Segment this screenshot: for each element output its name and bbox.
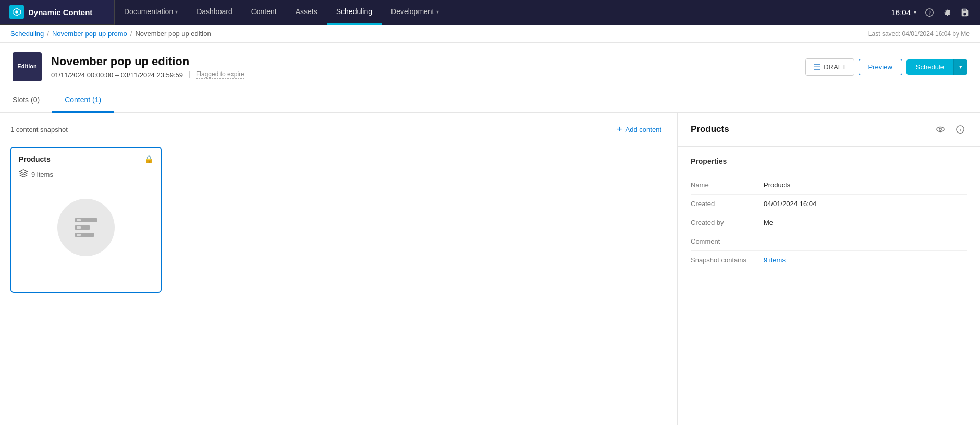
settings-icon-button[interactable] <box>939 5 955 20</box>
breadcrumb-sep-1: / <box>47 30 49 38</box>
breadcrumb: Scheduling / November pop up promo / Nov… <box>0 25 980 43</box>
schedule-group: Schedule ▾ <box>906 59 967 75</box>
prop-label-snapshot: Snapshot contains <box>691 251 764 270</box>
breadcrumb-sep-2: / <box>130 30 132 38</box>
nav-item-content[interactable]: Content <box>242 0 286 25</box>
brand-icon <box>9 5 24 19</box>
save-icon-button[interactable] <box>957 5 973 20</box>
nav-item-scheduling[interactable]: Scheduling <box>327 0 382 25</box>
gear-icon <box>942 8 952 17</box>
detail-info-button[interactable] <box>953 122 967 137</box>
detail-section-title: Properties <box>691 157 967 165</box>
layers-icon <box>19 169 28 180</box>
add-content-label: Add content <box>626 126 662 134</box>
card-items-label: 9 items <box>31 171 53 178</box>
add-icon: + <box>617 124 622 135</box>
snapshot-count: 1 content snapshot <box>10 126 68 134</box>
svg-rect-6 <box>77 219 81 221</box>
detail-header: Products <box>678 113 980 147</box>
brand-label: Dynamic Content <box>28 8 92 17</box>
card-visual <box>19 188 153 269</box>
schedule-button[interactable]: Schedule <box>906 59 953 75</box>
add-content-button[interactable]: + Add content <box>611 121 667 138</box>
preview-button[interactable]: Preview <box>859 59 902 75</box>
card-name: Products <box>19 155 51 163</box>
prop-row-comment: Comment <box>691 232 967 251</box>
time-chevron-icon: ▾ <box>914 9 916 15</box>
chevron-down-icon-schedule: ▾ <box>959 64 962 70</box>
detail-icons <box>933 122 967 137</box>
page-dates: 01/11/2024 00:00:00 – 03/11/2024 23:59:5… <box>51 70 796 79</box>
help-icon-button[interactable] <box>922 5 937 20</box>
nav-item-assets[interactable]: Assets <box>286 0 327 25</box>
svg-point-10 <box>939 128 942 131</box>
properties-table: Name Products Created 04/01/2024 16:04 C… <box>691 176 967 269</box>
date-range: 01/11/2024 00:00:00 – 03/11/2024 23:59:5… <box>51 71 183 79</box>
breadcrumb-promo[interactable]: November pop up promo <box>52 30 127 38</box>
page-header-info: November pop up edition 01/11/2024 00:00… <box>51 55 796 79</box>
detail-panel: Products Properties <box>678 113 980 425</box>
chevron-down-icon: ▾ <box>175 9 178 15</box>
save-icon <box>960 8 970 17</box>
edition-thumbnail: Edition <box>13 52 42 81</box>
card-items: 9 items <box>19 169 153 180</box>
chevron-down-icon-dev: ▾ <box>436 9 439 15</box>
card-header: Products 🔒 <box>19 155 153 163</box>
svg-point-2 <box>926 8 933 16</box>
prop-value-created-by: Me <box>764 213 967 232</box>
prop-row-created-by: Created by Me <box>691 213 967 232</box>
content-card[interactable]: Products 🔒 9 items <box>10 147 162 293</box>
content-panel: 1 content snapshot + Add content Product… <box>0 113 678 425</box>
nav-label-scheduling: Scheduling <box>336 7 372 16</box>
lock-icon: 🔒 <box>144 155 153 163</box>
schedule-dropdown-button[interactable]: ▾ <box>953 59 967 75</box>
nav-item-dashboard[interactable]: Dashboard <box>187 0 242 25</box>
page-title: November pop up edition <box>51 55 796 68</box>
detail-title: Products <box>691 124 729 135</box>
nav-time: 16:04 <box>891 8 911 17</box>
nav-label-assets: Assets <box>296 7 317 16</box>
prop-row-snapshot: Snapshot contains 9 items <box>691 251 967 270</box>
prop-row-name: Name Products <box>691 176 967 195</box>
svg-point-9 <box>937 127 944 132</box>
save-info: Last saved: 04/01/2024 16:04 by Me <box>868 30 970 38</box>
draft-button[interactable]: ☰ DRAFT <box>805 58 854 76</box>
nav-label-content: Content <box>251 7 277 16</box>
svg-point-1 <box>15 10 18 13</box>
svg-rect-7 <box>77 226 81 229</box>
breadcrumb-left: Scheduling / November pop up promo / Nov… <box>10 30 211 38</box>
prop-value-snapshot[interactable]: 9 items <box>764 251 967 270</box>
nav-label-dashboard: Dashboard <box>197 7 232 16</box>
nav-item-development[interactable]: Development ▾ <box>382 0 448 25</box>
info-icon <box>956 125 965 134</box>
prop-value-comment <box>764 232 967 251</box>
visual-circle <box>57 199 115 256</box>
nav-label-documentation: Documentation <box>124 7 173 16</box>
content-panel-header: 1 content snapshot + Add content <box>10 121 667 138</box>
breadcrumb-edition: November pop up edition <box>135 30 211 38</box>
prop-label-created-by: Created by <box>691 213 764 232</box>
tabs-bar: Slots (0) Content (1) <box>0 88 980 113</box>
eye-icon <box>936 125 945 134</box>
draft-icon: ☰ <box>813 62 820 72</box>
page-header: Edition November pop up edition 01/11/20… <box>0 43 980 88</box>
prop-value-created: 04/01/2024 16:04 <box>764 195 967 213</box>
help-icon <box>925 8 934 17</box>
prop-label-comment: Comment <box>691 232 764 251</box>
detail-section: Properties Name Products Created 04/01/2… <box>678 147 980 280</box>
tab-content[interactable]: Content (1) <box>52 88 114 113</box>
prop-label-created: Created <box>691 195 764 213</box>
tab-slots[interactable]: Slots (0) <box>0 88 52 113</box>
top-nav: Dynamic Content Documentation ▾ Dashboar… <box>0 0 980 25</box>
nav-item-documentation[interactable]: Documentation ▾ <box>115 0 187 25</box>
page-header-actions: ☰ DRAFT Preview Schedule ▾ <box>805 58 967 76</box>
breadcrumb-scheduling[interactable]: Scheduling <box>10 30 44 38</box>
flagged-badge: Flagged to expire <box>196 70 244 79</box>
prop-row-created: Created 04/01/2024 16:04 <box>691 195 967 213</box>
prop-label-name: Name <box>691 176 764 195</box>
snapshot-items-link[interactable]: 9 items <box>764 256 786 264</box>
svg-rect-8 <box>77 234 81 236</box>
data-visual-icon <box>70 212 102 243</box>
detail-visibility-button[interactable] <box>933 122 948 137</box>
brand[interactable]: Dynamic Content <box>0 0 115 25</box>
